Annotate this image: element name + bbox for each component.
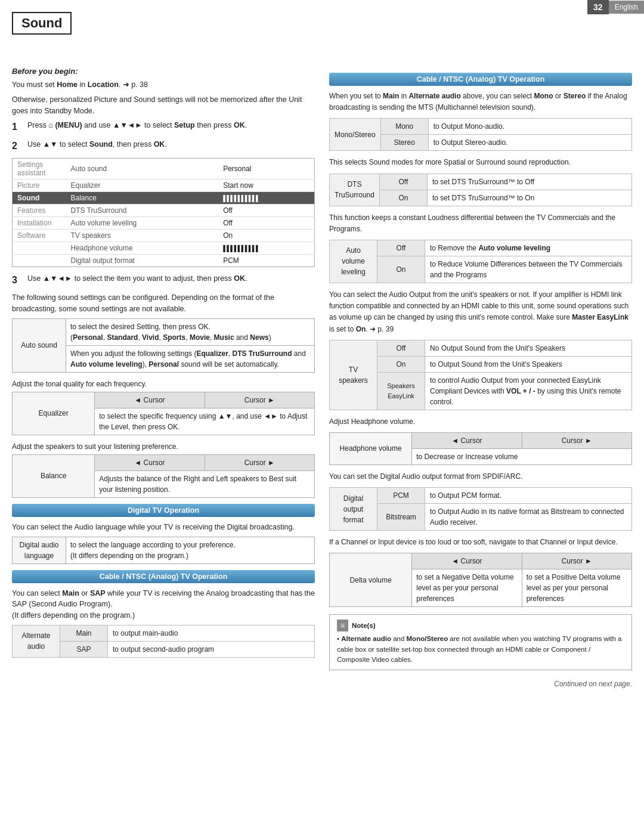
mono-stereo-table: Mono/Stereo Mono to Output Mono-audio. S… [329, 118, 632, 151]
cursor-right-balance: Cursor ► [205, 454, 314, 470]
settings-table: Settings assistant Auto sound Personal P… [12, 158, 315, 267]
dts-on-key: On [379, 190, 427, 206]
cursor-left-headphone: ◄ Cursor [412, 432, 522, 448]
intro-line-2: Otherwise, personalized Picture and Soun… [12, 94, 315, 117]
alternate-audio-label: Alternate audio [13, 625, 60, 657]
balance-adjust-text: Adjust the speakers to suit your listeni… [12, 441, 315, 452]
auto-volume-off-key: Off [377, 240, 425, 256]
notes-label: ≡ Note(s) [337, 620, 624, 631]
settings-row-5: Installation Auto volume leveling Off [13, 217, 315, 230]
spatial-text: This selects Sound modes for more Spatia… [329, 157, 632, 168]
auto-sound-label: Auto sound [13, 318, 66, 372]
step-2-content: Use ▲▼ to select Sound, then press OK. [27, 139, 315, 153]
settings-row-6: Software TV speakers On [13, 230, 315, 242]
cursor-right-delta: Cursor ► [522, 553, 631, 569]
digital-output-bitstream-key: Bitstream [377, 504, 425, 531]
tv-speakers-on-key: On [377, 356, 425, 372]
audio-output-text: You can select the Audio Output from the… [329, 289, 632, 335]
digital-output-label: Digital output format [330, 488, 377, 531]
digital-audio-desc: to select the language according to your… [66, 537, 315, 563]
notes-text: • Alternate audio and Mono/Stereo are no… [337, 634, 624, 665]
language-badge: English [609, 1, 644, 14]
cable-ntsc-header-2: Cable / NTSC (Analog) TV Operation [329, 73, 632, 86]
digital-audio-label: Digital audio language [13, 537, 66, 563]
dts-label: DTS TruSurround [330, 174, 380, 206]
tv-speakers-easylink-desc: to control Audio Output from your connec… [425, 372, 632, 410]
tv-speakers-on-desc: to Output Sound from the Unit's Speakers [425, 356, 632, 372]
following-text: The following sound settings can be conf… [12, 292, 315, 315]
tv-speakers-off-desc: No Output Sound from the Unit's Speakers [425, 340, 632, 356]
step-1-content: Press ⌂ (MENU) and use ▲▼◄► to select Se… [27, 120, 315, 134]
equalizer-label: Equalizer [13, 392, 95, 435]
delta-volume-left-desc: to set a Negative Delta volume level as … [412, 569, 522, 607]
headphone-table: Headphone volume ◄ Cursor Cursor ► to De… [329, 432, 632, 465]
page-badge: 32 English [587, 0, 644, 14]
digital-output-table: Digital output format PCM to Output PCM … [329, 487, 632, 531]
cursor-right-equalizer: Cursor ► [205, 392, 314, 408]
balance-label: Balance [13, 454, 95, 497]
right-column: Cable / NTSC (Analog) TV Operation When … [329, 67, 632, 670]
auto-volume-label: Auto volume leveling [330, 240, 377, 283]
auto-sound-desc2: When you adjust the following settings (… [66, 345, 315, 372]
step-3-content: Use ▲▼◄► to select the item you want to … [27, 273, 315, 287]
digital-tv-text: You can select the Audio language while … [12, 522, 315, 533]
loudness-text: This function keeps a constant Loudness … [329, 212, 632, 235]
alternate-main-desc: to output main-audio [108, 625, 315, 641]
equalizer-adjust-text: Adjust the tonal quality for each freque… [12, 379, 315, 389]
headphone-label: Headphone volume [330, 432, 412, 465]
page-container: 32 English Sound Before you begin: You m… [0, 0, 644, 833]
mono-desc: to Output Mono-audio. [428, 119, 631, 135]
tv-speakers-table: TV speakers Off No Output Sound from the… [329, 340, 632, 410]
stereo-desc: to Output Stereo-audio. [428, 135, 631, 151]
main-columns: Before you begin: You must set Home in L… [12, 67, 632, 670]
cursor-right-headphone: Cursor ► [522, 432, 631, 448]
tv-speakers-off-key: Off [377, 340, 425, 356]
balance-table: Balance ◄ Cursor Cursor ► Adjusts the ba… [12, 454, 315, 498]
equalizer-desc: to select the specific frequency using ▲… [95, 408, 315, 435]
dts-off-key: Off [379, 174, 427, 190]
settings-row-4: Features DTS TruSurround Off [13, 205, 315, 217]
delta-volume-table: Delta volume ◄ Cursor Cursor ► to set a … [329, 553, 632, 607]
auto-volume-on-key: On [377, 256, 425, 283]
headphone-adjust-text: Adjust Headphone volume. [329, 416, 632, 428]
step-1: 1 Press ⌂ (MENU) and use ▲▼◄► to select … [12, 120, 315, 134]
auto-volume-off-desc: to Remove the Auto volume leveling [425, 240, 632, 256]
cable-ntsc-intro: When you set to Main in Alternate audio … [329, 91, 632, 113]
step-2: 2 Use ▲▼ to select Sound, then press OK. [12, 139, 315, 153]
settings-row-8: Digital output format PCM [13, 255, 315, 267]
alternate-sap-desc: to output second-audio program [108, 641, 315, 657]
before-begin-label: Before you begin: [12, 67, 315, 76]
stereo-key: Stereo [380, 135, 428, 151]
dts-off-desc: to set DTS TruSurround™ to Off [427, 174, 631, 190]
tv-speakers-label: TV speakers [330, 340, 377, 410]
cursor-left-delta: ◄ Cursor [412, 553, 522, 569]
cable-ntsc-text-1: You can select Main or SAP while your TV… [12, 588, 315, 621]
digital-audio-table: Digital audio language to select the lan… [12, 537, 315, 564]
digital-output-text: You can set the Digital Audio output for… [329, 471, 632, 482]
auto-volume-on-desc: to Reduce Volume Differences between the… [425, 256, 632, 283]
settings-row-3: Sound Balance ▌▌▌▌▌▌▌▌▌▌ [13, 192, 315, 205]
balance-desc: Adjusts the balance of the Right and Lef… [95, 470, 315, 497]
cursor-left-balance: ◄ Cursor [95, 454, 205, 470]
auto-volume-table: Auto volume leveling Off to Remove the A… [329, 240, 632, 283]
alternate-main-key: Main [60, 625, 108, 641]
notes-label-text: Note(s) [352, 621, 376, 631]
auto-sound-table: Auto sound to select the desired Setting… [12, 318, 315, 373]
notes-box: ≡ Note(s) • Alternate audio and Mono/Ste… [329, 614, 632, 670]
equalizer-table: Equalizer ◄ Cursor Cursor ► to select th… [12, 392, 315, 435]
mono-stereo-label: Mono/Stereo [330, 119, 381, 151]
step-1-num: 1 [12, 120, 23, 134]
digital-tv-header: Digital TV Operation [12, 504, 315, 517]
auto-sound-desc1: to select the desired Setting, then pres… [66, 318, 315, 345]
settings-row-7: Headphone volume ▌▌▌▌▌▌▌▌▌▌ [13, 242, 315, 255]
channel-text: If a Channel or Input device is too loud… [329, 537, 632, 548]
continued-text: Continued on next page. [12, 680, 632, 688]
dts-on-desc: to set DTS TruSurround™ to On [427, 190, 631, 206]
digital-output-pcm-desc: to Output PCM format. [425, 488, 632, 504]
intro-line-1: You must set Home in Location. ➜ p. 38 [12, 79, 315, 91]
page-number: 32 [587, 0, 609, 14]
cable-ntsc-header-1: Cable / NTSC (Analog) TV Operation [12, 570, 315, 583]
tv-speakers-easylink-key: Speakers EasyLink [377, 372, 425, 410]
digital-output-pcm-key: PCM [377, 488, 425, 504]
left-column: Before you begin: You must set Home in L… [12, 67, 315, 670]
